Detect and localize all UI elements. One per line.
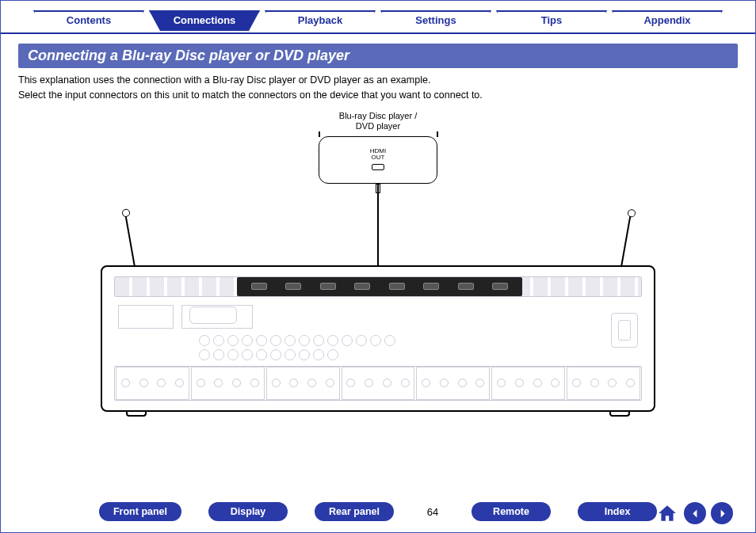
speaker-group [342, 367, 415, 400]
speaker-group [567, 367, 640, 400]
binding-post-icon [214, 379, 223, 387]
binding-post-icon [440, 379, 449, 387]
home-icon[interactable] [655, 502, 679, 524]
tab-tips[interactable]: Tips [496, 10, 607, 31]
hdmi-port-icon [492, 283, 508, 290]
rca-jack-icon [384, 335, 395, 346]
binding-post-icon [250, 379, 259, 387]
page-heading: Connecting a Blu-ray Disc player or DVD … [18, 44, 738, 68]
tab-contents[interactable]: Contents [33, 10, 144, 31]
tab-label: Contents [67, 14, 111, 26]
binding-post-icon [497, 379, 506, 387]
tab-connections[interactable]: Connections [149, 10, 260, 31]
tab-label: Settings [415, 14, 456, 26]
speaker-group [191, 367, 265, 400]
hdmi-input-strip [237, 277, 522, 296]
speaker-terminal-row [114, 366, 642, 401]
prev-page-button[interactable] [684, 502, 706, 524]
rca-jack-icon [242, 349, 253, 360]
binding-post-icon [175, 379, 184, 387]
binding-post-icon [515, 379, 524, 387]
binding-post-icon [272, 379, 281, 387]
label-tick [319, 131, 320, 137]
dsub-port-icon [189, 306, 237, 324]
rca-jack-icon [370, 335, 381, 346]
panel-block [118, 305, 174, 329]
rca-jack-icon [356, 335, 367, 346]
tab-playback[interactable]: Playback [265, 10, 376, 31]
binding-post-icon [422, 379, 430, 387]
next-page-button[interactable] [711, 502, 733, 524]
antenna-icon [124, 211, 136, 266]
binding-post-icon [289, 379, 298, 387]
tab-settings[interactable]: Settings [380, 10, 491, 31]
ac-inlet-icon [611, 313, 638, 348]
binding-post-icon [572, 379, 581, 387]
rca-jack-icon [227, 335, 239, 346]
binding-post-icon [326, 379, 334, 387]
remote-button[interactable]: Remote [472, 502, 551, 521]
index-button[interactable]: Index [578, 502, 657, 521]
display-button[interactable]: Display [208, 502, 288, 521]
rca-jack-icon [256, 349, 267, 360]
source-device-label-line: Blu-ray Disc player / [339, 111, 417, 121]
binding-post-icon [401, 379, 410, 387]
rca-jack-icon [313, 349, 324, 360]
binding-post-icon [590, 379, 599, 387]
rca-jack-icon [256, 335, 267, 346]
intro-line: This explanation uses the connection wit… [18, 73, 738, 88]
binding-post-icon [608, 379, 617, 387]
rca-jack-icon [327, 349, 338, 360]
rca-jack-icon [227, 349, 239, 360]
hdmi-port-icon [354, 283, 370, 290]
label-tick [437, 131, 438, 137]
speaker-group [491, 367, 565, 400]
intro-line: Select the input connectors on this unit… [18, 88, 738, 103]
rear-panel-button[interactable]: Rear panel [315, 502, 394, 521]
binding-post-icon [157, 379, 166, 387]
antenna-icon [620, 211, 632, 266]
rca-jack-icon [242, 335, 253, 346]
rca-jack-icon [284, 335, 296, 346]
rca-jack-icon [327, 335, 338, 346]
hdmi-port-icon [320, 283, 336, 290]
tab-label: Tips [541, 14, 563, 26]
foot-icon [126, 410, 147, 417]
rca-jack-icon [270, 349, 281, 360]
tab-label: Playback [298, 14, 342, 26]
rca-jack-icon [284, 349, 296, 360]
rca-jack-icon [313, 335, 324, 346]
speaker-group [116, 367, 189, 400]
rca-jack-icon [342, 335, 353, 346]
rca-jack-icon [199, 349, 210, 360]
hdmi-port-icon [423, 283, 439, 290]
binding-post-icon [475, 379, 484, 387]
tab-appendix[interactable]: Appendix [612, 10, 723, 31]
source-device-label-line: DVD player [339, 121, 417, 131]
hdmi-port-icon [251, 283, 267, 290]
front-panel-button[interactable]: Front panel [99, 502, 181, 521]
page-number: 64 [421, 506, 445, 518]
source-device-label: Blu-ray Disc player / DVD player [339, 111, 417, 131]
speaker-group [266, 367, 340, 400]
hdmi-out-label: HDMI OUT [319, 148, 437, 161]
binding-post-icon [139, 379, 148, 387]
rca-jack-icon [213, 335, 224, 346]
hdmi-port-icon [389, 283, 405, 290]
tab-label: Connections [174, 14, 236, 26]
binding-post-icon [533, 379, 542, 387]
rca-jack-icon [270, 335, 281, 346]
speaker-group [416, 367, 490, 400]
page-nav-icons [655, 502, 733, 524]
binding-post-icon [551, 379, 559, 387]
binding-post-icon [121, 379, 130, 387]
binding-post-icon [383, 379, 391, 387]
intro-text: This explanation uses the connection wit… [18, 73, 738, 103]
rca-block [197, 333, 403, 365]
binding-post-icon [197, 379, 205, 387]
binding-post-icon [365, 379, 373, 387]
binding-post-icon [232, 379, 241, 387]
connection-diagram: Blu-ray Disc player / DVD player HDMI OU… [93, 111, 663, 428]
rca-jack-icon [299, 335, 310, 346]
hdmi-port-icon [458, 283, 474, 290]
